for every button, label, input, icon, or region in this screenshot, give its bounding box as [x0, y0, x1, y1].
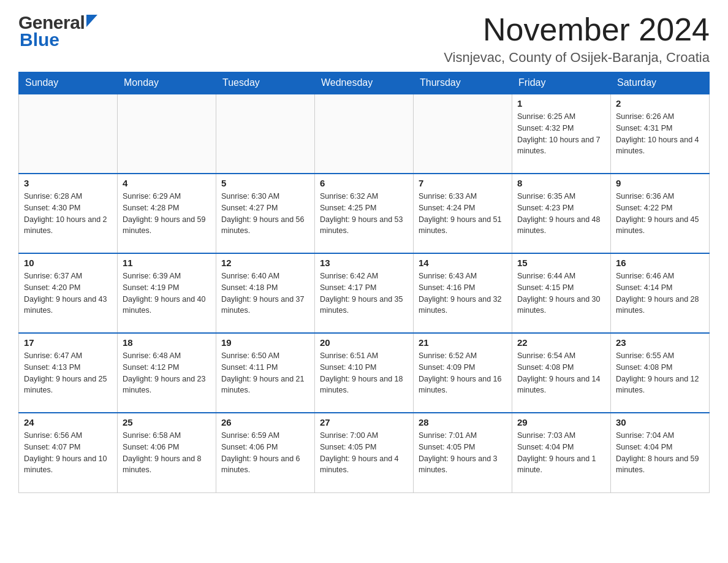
column-header-friday: Friday [512, 72, 611, 94]
day-info: Sunrise: 6:55 AMSunset: 4:08 PMDaylight:… [616, 350, 704, 396]
day-info: Sunrise: 7:03 AMSunset: 4:04 PMDaylight:… [517, 430, 605, 476]
title-block: November 2024 Visnjevac, County of Osije… [444, 12, 710, 66]
calendar-cell: 12Sunrise: 6:40 AMSunset: 4:18 PMDayligh… [216, 253, 315, 333]
day-info: Sunrise: 6:39 AMSunset: 4:19 PMDaylight:… [123, 270, 211, 316]
day-number: 3 [24, 178, 112, 188]
calendar-cell: 27Sunrise: 7:00 AMSunset: 4:05 PMDayligh… [315, 413, 414, 492]
calendar-cell: 8Sunrise: 6:35 AMSunset: 4:23 PMDaylight… [512, 174, 611, 253]
day-info: Sunrise: 7:01 AMSunset: 4:05 PMDaylight:… [419, 430, 507, 476]
location-title: Visnjevac, County of Osijek-Baranja, Cro… [444, 50, 710, 66]
calendar-cell: 22Sunrise: 6:54 AMSunset: 4:08 PMDayligh… [512, 333, 611, 413]
calendar-cell [118, 94, 216, 174]
day-info: Sunrise: 7:00 AMSunset: 4:05 PMDaylight:… [320, 430, 408, 476]
day-info: Sunrise: 6:26 AMSunset: 4:31 PMDaylight:… [616, 111, 704, 157]
calendar-week-1: 1Sunrise: 6:25 AMSunset: 4:32 PMDaylight… [19, 94, 710, 174]
day-info: Sunrise: 6:43 AMSunset: 4:16 PMDaylight:… [419, 270, 507, 316]
day-number: 19 [221, 337, 309, 348]
calendar-cell: 25Sunrise: 6:58 AMSunset: 4:06 PMDayligh… [118, 413, 216, 492]
day-info: Sunrise: 6:50 AMSunset: 4:11 PMDaylight:… [221, 350, 309, 396]
day-number: 22 [517, 337, 605, 348]
column-header-tuesday: Tuesday [216, 72, 315, 94]
day-info: Sunrise: 7:04 AMSunset: 4:04 PMDaylight:… [616, 430, 704, 476]
calendar-cell: 17Sunrise: 6:47 AMSunset: 4:13 PMDayligh… [19, 333, 118, 413]
day-info: Sunrise: 6:25 AMSunset: 4:32 PMDaylight:… [517, 111, 605, 157]
day-number: 13 [320, 258, 408, 268]
calendar-cell: 16Sunrise: 6:46 AMSunset: 4:14 PMDayligh… [611, 253, 710, 333]
day-number: 26 [221, 417, 309, 427]
day-number: 8 [517, 178, 605, 188]
calendar-cell [19, 94, 118, 174]
logo-arrow-icon [86, 15, 97, 29]
calendar-cell [315, 94, 414, 174]
calendar-cell: 5Sunrise: 6:30 AMSunset: 4:27 PMDaylight… [216, 174, 315, 253]
day-number: 1 [517, 98, 605, 109]
day-info: Sunrise: 6:48 AMSunset: 4:12 PMDaylight:… [123, 350, 211, 396]
day-info: Sunrise: 6:54 AMSunset: 4:08 PMDaylight:… [517, 350, 605, 396]
day-info: Sunrise: 6:32 AMSunset: 4:25 PMDaylight:… [320, 191, 408, 237]
day-number: 30 [616, 417, 704, 427]
calendar-cell: 14Sunrise: 6:43 AMSunset: 4:16 PMDayligh… [414, 253, 512, 333]
month-title: November 2024 [444, 12, 710, 47]
day-info: Sunrise: 6:44 AMSunset: 4:15 PMDaylight:… [517, 270, 605, 316]
calendar-cell: 11Sunrise: 6:39 AMSunset: 4:19 PMDayligh… [118, 253, 216, 333]
day-info: Sunrise: 6:47 AMSunset: 4:13 PMDaylight:… [24, 350, 112, 396]
day-number: 16 [616, 258, 704, 268]
calendar-cell: 30Sunrise: 7:04 AMSunset: 4:04 PMDayligh… [611, 413, 710, 492]
calendar-cell: 6Sunrise: 6:32 AMSunset: 4:25 PMDaylight… [315, 174, 414, 253]
day-number: 21 [419, 337, 507, 348]
day-number: 12 [221, 258, 309, 268]
day-info: Sunrise: 6:29 AMSunset: 4:28 PMDaylight:… [123, 191, 211, 237]
calendar-week-2: 3Sunrise: 6:28 AMSunset: 4:30 PMDaylight… [19, 174, 710, 253]
day-info: Sunrise: 6:42 AMSunset: 4:17 PMDaylight:… [320, 270, 408, 316]
calendar-cell: 2Sunrise: 6:26 AMSunset: 4:31 PMDaylight… [611, 94, 710, 174]
calendar-table: SundayMondayTuesdayWednesdayThursdayFrid… [18, 72, 710, 493]
day-info: Sunrise: 6:36 AMSunset: 4:22 PMDaylight:… [616, 191, 704, 237]
day-number: 7 [419, 178, 507, 188]
calendar-cell: 9Sunrise: 6:36 AMSunset: 4:22 PMDaylight… [611, 174, 710, 253]
calendar-cell: 19Sunrise: 6:50 AMSunset: 4:11 PMDayligh… [216, 333, 315, 413]
day-number: 5 [221, 178, 309, 188]
day-info: Sunrise: 6:28 AMSunset: 4:30 PMDaylight:… [24, 191, 112, 237]
calendar-cell: 1Sunrise: 6:25 AMSunset: 4:32 PMDaylight… [512, 94, 611, 174]
column-header-thursday: Thursday [414, 72, 512, 94]
column-header-monday: Monday [118, 72, 216, 94]
day-number: 15 [517, 258, 605, 268]
calendar-cell: 24Sunrise: 6:56 AMSunset: 4:07 PMDayligh… [19, 413, 118, 492]
day-info: Sunrise: 6:59 AMSunset: 4:06 PMDaylight:… [221, 430, 309, 476]
day-info: Sunrise: 6:33 AMSunset: 4:24 PMDaylight:… [419, 191, 507, 237]
day-info: Sunrise: 6:56 AMSunset: 4:07 PMDaylight:… [24, 430, 112, 476]
calendar-cell: 20Sunrise: 6:51 AMSunset: 4:10 PMDayligh… [315, 333, 414, 413]
calendar-cell: 15Sunrise: 6:44 AMSunset: 4:15 PMDayligh… [512, 253, 611, 333]
day-info: Sunrise: 6:46 AMSunset: 4:14 PMDaylight:… [616, 270, 704, 316]
day-number: 6 [320, 178, 408, 188]
day-number: 11 [123, 258, 211, 268]
calendar-week-3: 10Sunrise: 6:37 AMSunset: 4:20 PMDayligh… [19, 253, 710, 333]
day-number: 27 [320, 417, 408, 427]
day-number: 18 [123, 337, 211, 348]
calendar-cell: 4Sunrise: 6:29 AMSunset: 4:28 PMDaylight… [118, 174, 216, 253]
logo-blue-text: Blue [20, 29, 59, 50]
calendar-cell [216, 94, 315, 174]
day-number: 24 [24, 417, 112, 427]
day-number: 29 [517, 417, 605, 427]
calendar-cell: 26Sunrise: 6:59 AMSunset: 4:06 PMDayligh… [216, 413, 315, 492]
day-number: 2 [616, 98, 704, 109]
calendar-cell: 21Sunrise: 6:52 AMSunset: 4:09 PMDayligh… [414, 333, 512, 413]
day-info: Sunrise: 6:52 AMSunset: 4:09 PMDaylight:… [419, 350, 507, 396]
day-number: 23 [616, 337, 704, 348]
day-number: 10 [24, 258, 112, 268]
page-header: General Blue November 2024 Visnjevac, Co… [18, 12, 710, 66]
calendar-cell: 3Sunrise: 6:28 AMSunset: 4:30 PMDaylight… [19, 174, 118, 253]
calendar-cell: 7Sunrise: 6:33 AMSunset: 4:24 PMDaylight… [414, 174, 512, 253]
calendar-header-row: SundayMondayTuesdayWednesdayThursdayFrid… [19, 72, 710, 94]
calendar-week-4: 17Sunrise: 6:47 AMSunset: 4:13 PMDayligh… [19, 333, 710, 413]
day-number: 14 [419, 258, 507, 268]
column-header-wednesday: Wednesday [315, 72, 414, 94]
day-info: Sunrise: 6:51 AMSunset: 4:10 PMDaylight:… [320, 350, 408, 396]
calendar-cell: 13Sunrise: 6:42 AMSunset: 4:17 PMDayligh… [315, 253, 414, 333]
day-info: Sunrise: 6:58 AMSunset: 4:06 PMDaylight:… [123, 430, 211, 476]
day-number: 28 [419, 417, 507, 427]
calendar-week-5: 24Sunrise: 6:56 AMSunset: 4:07 PMDayligh… [19, 413, 710, 492]
calendar-cell: 23Sunrise: 6:55 AMSunset: 4:08 PMDayligh… [611, 333, 710, 413]
day-number: 4 [123, 178, 211, 188]
